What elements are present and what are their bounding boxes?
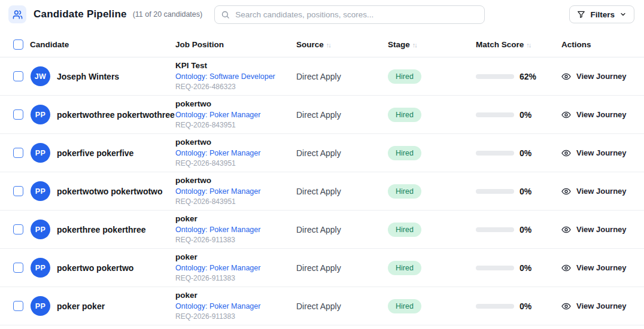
stage-badge: Hired: [388, 69, 421, 84]
select-all-checkbox[interactable]: [13, 39, 23, 50]
view-journey-label: View Journey: [576, 225, 627, 234]
filter-funnel-icon: [577, 10, 585, 19]
requisition-id: REQ-2026-486323: [175, 82, 296, 92]
users-icon: [13, 10, 23, 20]
candidate-name: poker poker: [57, 301, 105, 311]
column-header-match-score[interactable]: Match Score↑↓: [476, 40, 561, 49]
job-title: pokertwo: [175, 137, 296, 148]
column-header-source[interactable]: Source↑↓: [296, 40, 388, 49]
search-input[interactable]: [214, 5, 485, 24]
ontology-link[interactable]: Ontology: Poker Manager: [175, 148, 260, 159]
match-score-cell: 0%: [476, 148, 561, 158]
candidate-name: pokertwo pokertwo: [57, 263, 133, 273]
table-body: JW Joseph Winters KPI Test Ontology: Sof…: [0, 57, 644, 325]
eye-icon: [561, 148, 571, 158]
eye-icon: [561, 110, 571, 120]
view-journey-label: View Journey: [576, 301, 627, 310]
view-journey-button[interactable]: View Journey: [561, 301, 627, 311]
toolbar: Candidate Pipeline (11 of 20 candidates)…: [0, 0, 644, 26]
requisition-id: REQ-2026-843951: [175, 120, 296, 130]
avatar: PP: [31, 220, 50, 239]
candidate-count: (11 of 20 candidates): [133, 10, 203, 19]
match-score-bar: [476, 189, 514, 194]
eye-icon: [561, 225, 571, 234]
page-icon-box: [8, 5, 26, 23]
match-score-value: 62%: [520, 72, 536, 81]
match-score-cell: 0%: [476, 263, 561, 273]
ontology-link[interactable]: Ontology: Poker Manager: [175, 186, 260, 197]
view-journey-button[interactable]: View Journey: [561, 225, 627, 234]
table-row: PP pokertwothree pokertwothree pokertwo …: [0, 96, 644, 134]
row-checkbox[interactable]: [13, 186, 23, 196]
view-journey-button[interactable]: View Journey: [561, 187, 627, 196]
row-checkbox[interactable]: [13, 109, 23, 120]
row-checkbox[interactable]: [13, 71, 23, 81]
source-value: Direct Apply: [296, 225, 388, 234]
table-row: PP poker poker poker Ontology: Poker Man…: [0, 287, 644, 325]
match-score-cell: 62%: [476, 72, 561, 81]
table-row: PP pokerthree pokerthree poker Ontology:…: [0, 211, 644, 249]
job-title: poker: [175, 252, 296, 263]
job-title: poker: [175, 214, 296, 224]
ontology-link[interactable]: Ontology: Poker Manager: [175, 109, 260, 120]
ontology-link[interactable]: Ontology: Poker Manager: [175, 224, 260, 235]
stage-badge: Hired: [388, 299, 421, 313]
table-row: JW Joseph Winters KPI Test Ontology: Sof…: [0, 57, 644, 96]
avatar: PP: [31, 181, 50, 201]
source-value: Direct Apply: [296, 187, 388, 196]
source-value: Direct Apply: [296, 110, 388, 120]
filters-label: Filters: [590, 10, 615, 19]
table-row: PP pokerfive pokerfive pokertwo Ontology…: [0, 134, 644, 172]
candidate-name: Joseph Winters: [57, 72, 119, 81]
avatar: JW: [31, 66, 50, 86]
ontology-link[interactable]: Ontology: Poker Manager: [175, 301, 260, 312]
search-box: [214, 5, 485, 24]
job-title: pokertwo: [175, 175, 296, 186]
job-title: poker: [175, 290, 296, 301]
candidate-name: pokerfive pokerfive: [57, 148, 133, 158]
row-checkbox[interactable]: [13, 263, 23, 273]
table-row: PP pokertwotwo pokertwotwo pokertwo Onto…: [0, 172, 644, 211]
match-score-value: 0%: [520, 225, 531, 234]
column-header-actions: Actions: [561, 40, 644, 49]
chevron-down-icon: [619, 11, 627, 18]
match-score-bar: [476, 112, 514, 117]
view-journey-button[interactable]: View Journey: [561, 110, 627, 120]
candidate-name: pokertwothree pokertwothree: [57, 110, 175, 120]
search-icon: [221, 10, 230, 19]
row-checkbox[interactable]: [13, 224, 23, 234]
column-header-stage[interactable]: Stage↑↓: [388, 40, 476, 49]
match-score-bar: [476, 74, 514, 79]
row-checkbox[interactable]: [13, 301, 23, 311]
view-journey-label: View Journey: [576, 72, 627, 81]
view-journey-button[interactable]: View Journey: [561, 72, 627, 81]
source-value: Direct Apply: [296, 263, 388, 273]
stage-badge: Hired: [388, 146, 421, 160]
match-score-cell: 0%: [476, 187, 561, 196]
match-score-value: 0%: [520, 110, 531, 120]
row-checkbox[interactable]: [13, 148, 23, 158]
view-journey-label: View Journey: [576, 148, 627, 157]
view-journey-button[interactable]: View Journey: [561, 148, 627, 158]
job-title: KPI Test: [175, 60, 296, 71]
column-header-job-position: Job Position: [175, 40, 296, 49]
view-journey-label: View Journey: [576, 187, 627, 196]
eye-icon: [561, 263, 571, 273]
sort-icon: ↑↓: [326, 41, 330, 48]
view-journey-button[interactable]: View Journey: [561, 263, 627, 273]
avatar: PP: [31, 143, 50, 163]
filters-button[interactable]: Filters: [569, 5, 634, 23]
requisition-id: REQ-2026-911383: [175, 273, 296, 284]
ontology-link[interactable]: Ontology: Poker Manager: [175, 263, 260, 273]
avatar: PP: [31, 258, 50, 278]
column-header-candidate: Candidate: [30, 40, 175, 49]
avatar: PP: [31, 296, 50, 316]
view-journey-label: View Journey: [576, 263, 627, 272]
match-score-bar: [476, 227, 514, 232]
requisition-id: REQ-2026-911383: [175, 312, 296, 322]
stage-badge: Hired: [388, 108, 421, 122]
match-score-bar: [476, 266, 514, 270]
requisition-id: REQ-2026-843951: [175, 197, 296, 207]
match-score-bar: [476, 304, 514, 309]
ontology-link[interactable]: Ontology: Software Developer: [175, 71, 275, 82]
